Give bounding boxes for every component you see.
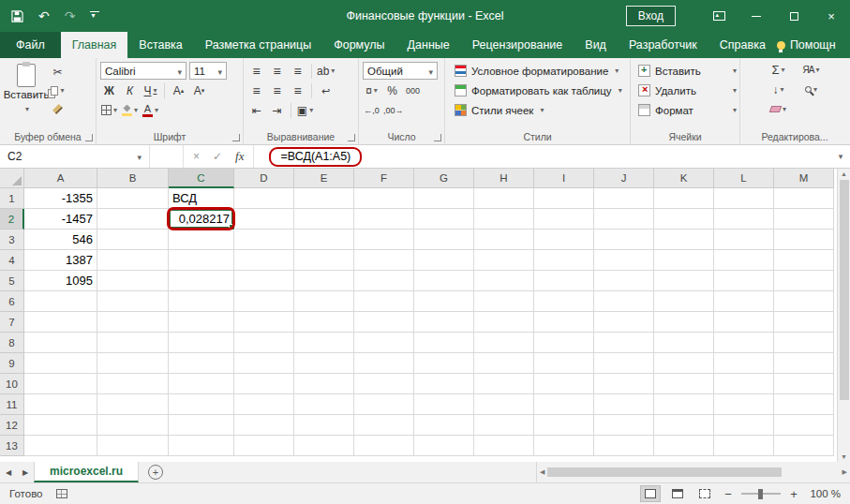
cell-F8[interactable] bbox=[354, 333, 414, 353]
cell-G13[interactable] bbox=[414, 436, 474, 456]
cell-J13[interactable] bbox=[594, 436, 654, 456]
cell-E11[interactable] bbox=[294, 394, 354, 415]
cell-H12[interactable] bbox=[474, 415, 534, 436]
cell-B8[interactable] bbox=[97, 333, 169, 353]
cell-K4[interactable] bbox=[654, 250, 714, 271]
cell-G10[interactable] bbox=[414, 374, 474, 394]
cell-F13[interactable] bbox=[354, 436, 414, 456]
cell-D2[interactable] bbox=[234, 209, 294, 230]
cell-C2[interactable]: 0,028217 bbox=[169, 209, 234, 230]
vertical-scroll-thumb[interactable] bbox=[840, 180, 849, 400]
fill-button[interactable]: ↓ bbox=[762, 81, 795, 98]
cell-B5[interactable] bbox=[97, 271, 169, 291]
cell-G5[interactable] bbox=[414, 271, 474, 291]
vertical-scrollbar[interactable]: ▲ ▼ bbox=[837, 169, 850, 462]
cell-G8[interactable] bbox=[414, 333, 474, 353]
cell-L4[interactable] bbox=[714, 250, 774, 271]
column-header-M[interactable]: M bbox=[774, 169, 834, 188]
cell-A5[interactable]: 1095 bbox=[24, 271, 97, 291]
scroll-down-icon[interactable]: ▼ bbox=[841, 453, 847, 460]
cell-H5[interactable] bbox=[474, 271, 534, 291]
cell-F3[interactable] bbox=[354, 230, 414, 250]
cell-B1[interactable] bbox=[97, 188, 169, 209]
cell-F11[interactable] bbox=[354, 394, 414, 415]
row-header-8[interactable]: 8 bbox=[0, 333, 24, 353]
align-center-button[interactable] bbox=[268, 82, 286, 99]
previous-sheet-button[interactable]: ◀ bbox=[0, 462, 17, 482]
expand-formula-bar-button[interactable]: ▾ bbox=[831, 145, 850, 168]
cell-G3[interactable] bbox=[414, 230, 474, 250]
cell-K12[interactable] bbox=[654, 415, 714, 436]
cell-B4[interactable] bbox=[97, 250, 169, 271]
save-button[interactable] bbox=[11, 10, 23, 22]
cell-D6[interactable] bbox=[234, 291, 294, 312]
cell-L6[interactable] bbox=[714, 291, 774, 312]
formula-input[interactable]: =ВСД(A1:A5) bbox=[254, 145, 831, 168]
decrease-decimal-button[interactable]: ,00→ bbox=[383, 101, 404, 119]
cell-I2[interactable] bbox=[534, 209, 594, 230]
cell-I6[interactable] bbox=[534, 291, 594, 312]
cell-E2[interactable] bbox=[294, 209, 354, 230]
align-bottom-button[interactable] bbox=[289, 62, 306, 80]
next-sheet-button[interactable]: ▶ bbox=[17, 462, 34, 482]
cell-M13[interactable] bbox=[774, 436, 834, 456]
row-header-10[interactable]: 10 bbox=[0, 374, 24, 394]
format-as-table-button[interactable]: Форматировать как таблицу bbox=[455, 81, 626, 100]
row-header-6[interactable]: 6 bbox=[0, 291, 24, 312]
cell-I13[interactable] bbox=[534, 436, 594, 456]
cell-A4[interactable]: 1387 bbox=[24, 250, 97, 271]
font-color-button[interactable]: А bbox=[142, 101, 159, 119]
shrink-font-button[interactable]: А bbox=[190, 82, 208, 99]
cell-H10[interactable] bbox=[474, 374, 534, 394]
cell-E13[interactable] bbox=[294, 436, 354, 456]
cell-I10[interactable] bbox=[534, 374, 594, 394]
cell-L12[interactable] bbox=[714, 415, 774, 436]
cell-J5[interactable] bbox=[594, 271, 654, 291]
cell-H8[interactable] bbox=[474, 333, 534, 353]
cell-A10[interactable] bbox=[24, 374, 97, 394]
cell-A6[interactable] bbox=[24, 291, 97, 312]
cell-L5[interactable] bbox=[714, 271, 774, 291]
cell-G12[interactable] bbox=[414, 415, 474, 436]
cell-A12[interactable] bbox=[24, 415, 97, 436]
cell-styles-button[interactable]: Стили ячеек bbox=[455, 100, 626, 120]
cell-J2[interactable] bbox=[594, 209, 654, 230]
cell-I3[interactable] bbox=[534, 230, 594, 250]
row-header-2[interactable]: 2 bbox=[0, 209, 24, 230]
cell-E1[interactable] bbox=[294, 188, 354, 209]
merge-center-button[interactable] bbox=[296, 101, 314, 119]
tab-home[interactable]: Главная bbox=[61, 32, 128, 58]
tab-insert[interactable]: Вставка bbox=[127, 32, 193, 58]
cell-H11[interactable] bbox=[474, 394, 534, 415]
cut-button[interactable]: ✂ bbox=[49, 63, 67, 81]
cell-I9[interactable] bbox=[534, 353, 594, 374]
cell-J3[interactable] bbox=[594, 230, 654, 250]
row-header-11[interactable]: 11 bbox=[0, 394, 24, 415]
cell-L1[interactable] bbox=[714, 188, 774, 209]
horizontal-scrollbar[interactable]: ◀ ▶ bbox=[536, 462, 850, 482]
cell-H1[interactable] bbox=[474, 188, 534, 209]
bold-button[interactable]: Ж bbox=[100, 82, 118, 99]
cell-G1[interactable] bbox=[414, 188, 474, 209]
delete-cells-button[interactable]: Удалить bbox=[638, 81, 737, 100]
sign-in-button[interactable]: Вход bbox=[626, 6, 676, 26]
cell-I12[interactable] bbox=[534, 415, 594, 436]
tab-page-layout[interactable]: Разметка страницы bbox=[194, 32, 322, 58]
sheet-tab-microexcel[interactable]: microexcel.ru bbox=[34, 462, 139, 482]
zoom-slider[interactable] bbox=[741, 487, 781, 500]
cell-E9[interactable] bbox=[294, 353, 354, 374]
cell-D3[interactable] bbox=[234, 230, 294, 250]
cell-B13[interactable] bbox=[97, 436, 169, 456]
cell-H3[interactable] bbox=[474, 230, 534, 250]
cell-E3[interactable] bbox=[294, 230, 354, 250]
insert-function-button[interactable]: fx bbox=[235, 149, 244, 164]
scroll-up-icon[interactable]: ▲ bbox=[841, 170, 847, 177]
cell-C10[interactable] bbox=[169, 374, 234, 394]
cell-H4[interactable] bbox=[474, 250, 534, 271]
scroll-left-icon[interactable]: ◀ bbox=[540, 468, 544, 476]
cell-D5[interactable] bbox=[234, 271, 294, 291]
cell-B7[interactable] bbox=[97, 312, 169, 333]
cell-A13[interactable] bbox=[24, 436, 97, 456]
cell-E8[interactable] bbox=[294, 333, 354, 353]
cell-F12[interactable] bbox=[354, 415, 414, 436]
